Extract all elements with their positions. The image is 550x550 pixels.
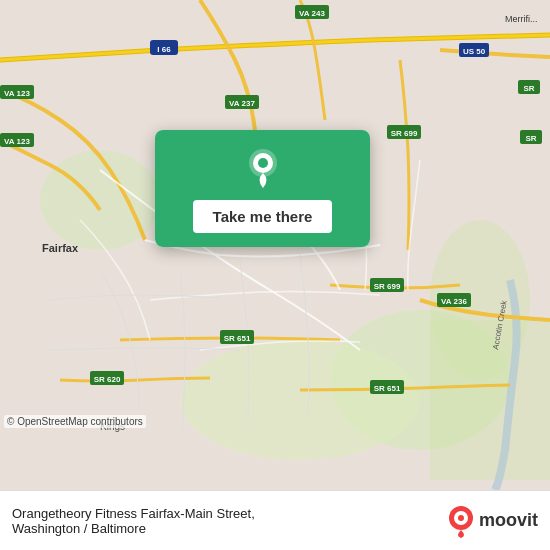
moovit-brand-text: moovit [479,510,538,531]
bottom-location-text: Orangetheory Fitness Fairfax-Main Street… [12,506,447,536]
moovit-marker-icon [447,504,475,538]
va123-top-badge: VA 123 [4,89,30,98]
sr-right-badge: SR [523,84,534,93]
us50-badge: US 50 [463,47,486,56]
bottom-bar: Orangetheory Fitness Fairfax-Main Street… [0,490,550,550]
sr-right2-badge: SR [525,134,536,143]
location-pin-icon [246,148,280,188]
svg-rect-5 [430,320,550,480]
sr620-badge: SR 620 [94,375,121,384]
popup-card: Take me there [155,130,370,247]
svg-point-25 [458,515,464,521]
sr699-bottom-badge: SR 699 [374,282,401,291]
i66-badge: I 66 [157,45,171,54]
svg-point-3 [180,340,420,460]
va123-left-badge: VA 123 [4,137,30,146]
va236-badge: VA 236 [441,297,467,306]
svg-point-22 [258,158,268,168]
map-attribution: © OpenStreetMap contributors [4,415,146,428]
va237-badge: VA 237 [229,99,255,108]
va243-badge: VA 243 [299,9,325,18]
sr699-right-badge: SR 699 [391,129,418,138]
location-region: Washington / Baltimore [12,521,146,536]
sr651-left-badge: SR 651 [224,334,251,343]
merrifi-label: Merrifi... [505,14,538,24]
fairfax-label: Fairfax [42,242,79,254]
sr651-right-badge: SR 651 [374,384,401,393]
moovit-logo: moovit [447,504,538,538]
location-description: Orangetheory Fitness Fairfax-Main Street… [12,506,255,521]
take-me-there-button[interactable]: Take me there [193,200,333,233]
popup-header: Take me there [155,130,370,247]
map-container: I 66 VA 243 VA 237 VA 123 VA 123 SR 699 … [0,0,550,490]
